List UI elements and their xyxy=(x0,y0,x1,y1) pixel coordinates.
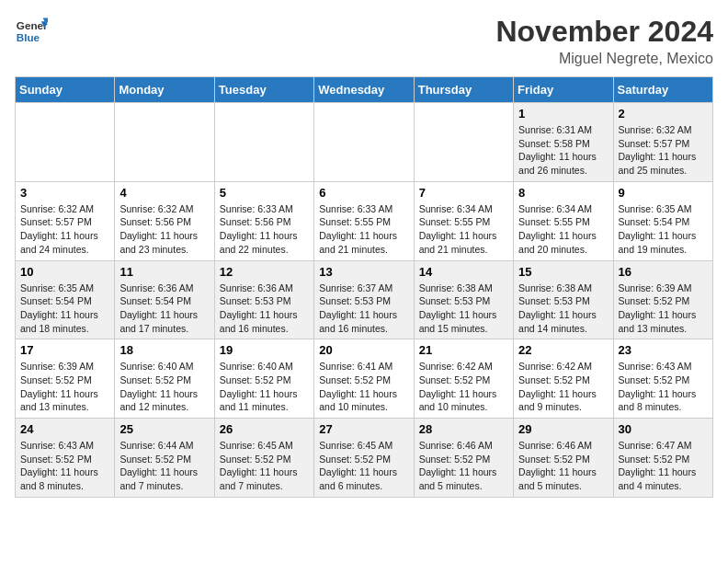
calendar-cell: 10Sunrise: 6:35 AMSunset: 5:54 PMDayligh… xyxy=(16,260,115,339)
calendar-cell: 15Sunrise: 6:38 AMSunset: 5:53 PMDayligh… xyxy=(514,260,613,339)
calendar-cell: 8Sunrise: 6:34 AMSunset: 5:55 PMDaylight… xyxy=(514,181,613,260)
day-info: Sunrise: 6:38 AMSunset: 5:53 PMDaylight:… xyxy=(518,282,608,336)
day-number: 27 xyxy=(319,422,408,436)
svg-text:General: General xyxy=(17,19,48,31)
month-title: November 2024 xyxy=(495,15,713,49)
calendar-cell: 12Sunrise: 6:36 AMSunset: 5:53 PMDayligh… xyxy=(214,260,313,339)
day-number: 3 xyxy=(20,186,109,200)
weekday-header-row: Sunday Monday Tuesday Wednesday Thursday… xyxy=(16,77,713,103)
day-info: Sunrise: 6:43 AMSunset: 5:52 PMDaylight:… xyxy=(20,439,109,493)
header-saturday: Saturday xyxy=(613,77,712,103)
day-info: Sunrise: 6:41 AMSunset: 5:52 PMDaylight:… xyxy=(319,360,408,414)
calendar-cell: 22Sunrise: 6:42 AMSunset: 5:52 PMDayligh… xyxy=(514,339,613,419)
day-number: 17 xyxy=(20,343,109,357)
day-info: Sunrise: 6:32 AMSunset: 5:57 PMDaylight:… xyxy=(619,123,708,178)
week-row-2: 3Sunrise: 6:32 AMSunset: 5:57 PMDaylight… xyxy=(16,181,713,260)
day-info: Sunrise: 6:39 AMSunset: 5:52 PMDaylight:… xyxy=(20,360,109,414)
day-number: 5 xyxy=(220,186,309,200)
calendar-cell: 14Sunrise: 6:38 AMSunset: 5:53 PMDayligh… xyxy=(414,260,513,339)
day-number: 2 xyxy=(619,107,708,121)
calendar-cell xyxy=(314,103,414,182)
day-number: 23 xyxy=(619,343,708,357)
day-number: 30 xyxy=(619,422,708,436)
day-number: 25 xyxy=(119,422,209,436)
day-info: Sunrise: 6:45 AMSunset: 5:52 PMDaylight:… xyxy=(319,439,408,493)
day-info: Sunrise: 6:35 AMSunset: 5:54 PMDaylight:… xyxy=(20,282,109,336)
day-info: Sunrise: 6:34 AMSunset: 5:55 PMDaylight:… xyxy=(518,202,608,257)
day-info: Sunrise: 6:40 AMSunset: 5:52 PMDaylight:… xyxy=(220,360,309,414)
calendar-cell xyxy=(214,103,313,182)
day-info: Sunrise: 6:32 AMSunset: 5:56 PMDaylight:… xyxy=(119,202,209,257)
day-number: 22 xyxy=(518,343,608,357)
calendar-cell: 4Sunrise: 6:32 AMSunset: 5:56 PMDaylight… xyxy=(115,181,214,260)
calendar-cell: 9Sunrise: 6:35 AMSunset: 5:54 PMDaylight… xyxy=(613,181,712,260)
calendar-cell: 19Sunrise: 6:40 AMSunset: 5:52 PMDayligh… xyxy=(214,339,313,419)
calendar-cell: 3Sunrise: 6:32 AMSunset: 5:57 PMDaylight… xyxy=(16,181,115,260)
calendar-cell: 2Sunrise: 6:32 AMSunset: 5:57 PMDaylight… xyxy=(613,103,712,182)
day-number: 9 xyxy=(619,186,708,200)
week-row-4: 17Sunrise: 6:39 AMSunset: 5:52 PMDayligh… xyxy=(16,339,713,419)
title-block: November 2024 Miguel Negrete, Mexico xyxy=(495,15,713,67)
calendar-cell: 30Sunrise: 6:47 AMSunset: 5:52 PMDayligh… xyxy=(613,419,712,498)
day-number: 7 xyxy=(419,186,508,200)
day-info: Sunrise: 6:42 AMSunset: 5:52 PMDaylight:… xyxy=(419,360,508,414)
day-number: 10 xyxy=(20,265,109,279)
day-info: Sunrise: 6:40 AMSunset: 5:52 PMDaylight:… xyxy=(119,360,209,414)
day-info: Sunrise: 6:43 AMSunset: 5:52 PMDaylight:… xyxy=(619,360,708,414)
calendar-cell xyxy=(414,103,513,182)
calendar-cell: 7Sunrise: 6:34 AMSunset: 5:55 PMDaylight… xyxy=(414,181,513,260)
day-info: Sunrise: 6:34 AMSunset: 5:55 PMDaylight:… xyxy=(419,202,508,257)
day-info: Sunrise: 6:36 AMSunset: 5:54 PMDaylight:… xyxy=(119,282,209,336)
day-number: 11 xyxy=(119,265,209,279)
calendar-cell: 23Sunrise: 6:43 AMSunset: 5:52 PMDayligh… xyxy=(613,339,712,419)
page-header: General Blue November 2024 Miguel Negret… xyxy=(15,15,713,67)
day-number: 1 xyxy=(518,107,608,121)
day-info: Sunrise: 6:31 AMSunset: 5:58 PMDaylight:… xyxy=(518,123,608,178)
day-number: 29 xyxy=(518,422,608,436)
day-info: Sunrise: 6:45 AMSunset: 5:52 PMDaylight:… xyxy=(220,439,309,493)
calendar-cell: 20Sunrise: 6:41 AMSunset: 5:52 PMDayligh… xyxy=(314,339,414,419)
calendar-cell: 25Sunrise: 6:44 AMSunset: 5:52 PMDayligh… xyxy=(115,419,214,498)
day-number: 28 xyxy=(419,422,508,436)
header-monday: Monday xyxy=(115,77,214,103)
day-info: Sunrise: 6:38 AMSunset: 5:53 PMDaylight:… xyxy=(419,282,508,336)
day-number: 15 xyxy=(518,265,608,279)
day-number: 16 xyxy=(619,265,708,279)
day-info: Sunrise: 6:47 AMSunset: 5:52 PMDaylight:… xyxy=(619,439,708,493)
day-info: Sunrise: 6:44 AMSunset: 5:52 PMDaylight:… xyxy=(119,439,209,493)
header-friday: Friday xyxy=(514,77,613,103)
day-info: Sunrise: 6:33 AMSunset: 5:56 PMDaylight:… xyxy=(220,202,309,257)
day-info: Sunrise: 6:46 AMSunset: 5:52 PMDaylight:… xyxy=(518,439,608,493)
day-info: Sunrise: 6:37 AMSunset: 5:53 PMDaylight:… xyxy=(319,282,408,336)
logo: General Blue xyxy=(15,15,48,48)
week-row-5: 24Sunrise: 6:43 AMSunset: 5:52 PMDayligh… xyxy=(16,419,713,498)
day-info: Sunrise: 6:39 AMSunset: 5:52 PMDaylight:… xyxy=(619,282,708,336)
calendar-cell: 1Sunrise: 6:31 AMSunset: 5:58 PMDaylight… xyxy=(514,103,613,182)
day-number: 19 xyxy=(220,343,309,357)
header-sunday: Sunday xyxy=(16,77,115,103)
calendar-cell: 6Sunrise: 6:33 AMSunset: 5:55 PMDaylight… xyxy=(314,181,414,260)
day-number: 24 xyxy=(20,422,109,436)
day-info: Sunrise: 6:33 AMSunset: 5:55 PMDaylight:… xyxy=(319,202,408,257)
day-number: 4 xyxy=(119,186,209,200)
day-number: 14 xyxy=(419,265,508,279)
calendar-cell: 28Sunrise: 6:46 AMSunset: 5:52 PMDayligh… xyxy=(414,419,513,498)
day-number: 20 xyxy=(319,343,408,357)
calendar-cell: 27Sunrise: 6:45 AMSunset: 5:52 PMDayligh… xyxy=(314,419,414,498)
calendar-cell xyxy=(115,103,214,182)
header-thursday: Thursday xyxy=(414,77,513,103)
calendar-cell: 17Sunrise: 6:39 AMSunset: 5:52 PMDayligh… xyxy=(16,339,115,419)
calendar-cell: 11Sunrise: 6:36 AMSunset: 5:54 PMDayligh… xyxy=(115,260,214,339)
day-info: Sunrise: 6:46 AMSunset: 5:52 PMDaylight:… xyxy=(419,439,508,493)
calendar-cell xyxy=(16,103,115,182)
calendar-cell: 26Sunrise: 6:45 AMSunset: 5:52 PMDayligh… xyxy=(214,419,313,498)
header-wednesday: Wednesday xyxy=(314,77,414,103)
week-row-3: 10Sunrise: 6:35 AMSunset: 5:54 PMDayligh… xyxy=(16,260,713,339)
day-number: 18 xyxy=(119,343,209,357)
day-info: Sunrise: 6:36 AMSunset: 5:53 PMDaylight:… xyxy=(220,282,309,336)
week-row-1: 1Sunrise: 6:31 AMSunset: 5:58 PMDaylight… xyxy=(16,103,713,182)
location-subtitle: Miguel Negrete, Mexico xyxy=(495,51,713,67)
day-number: 12 xyxy=(220,265,309,279)
day-number: 8 xyxy=(518,186,608,200)
calendar-cell: 21Sunrise: 6:42 AMSunset: 5:52 PMDayligh… xyxy=(414,339,513,419)
